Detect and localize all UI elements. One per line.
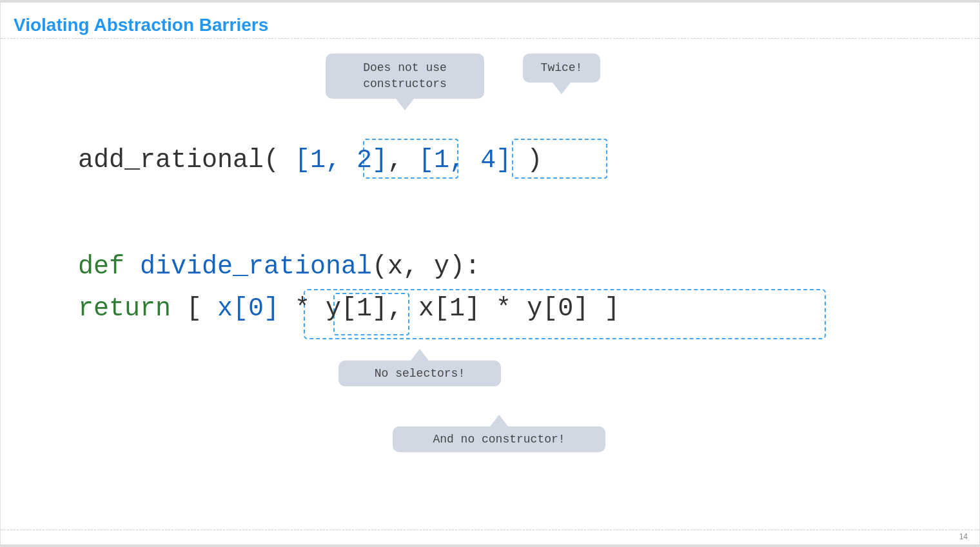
- separator-bottom: [1, 530, 979, 530]
- def-line: def divide_rational(x, y):: [78, 252, 480, 281]
- return-line: return [ x[0] * y[1], x[1] * y[0] ]: [78, 294, 620, 323]
- arg2: [1, 4]: [418, 146, 511, 175]
- def-keyword: def: [78, 252, 140, 281]
- top-border: [1, 1, 979, 3]
- slide-number: 14: [959, 532, 968, 541]
- x0: x[0]: [217, 294, 279, 323]
- bubble-no-constructor: Does not useconstructors: [326, 54, 484, 99]
- comma: ,: [387, 146, 418, 175]
- separator-top: [1, 38, 979, 39]
- page-title: Violating Abstraction Barriers: [14, 15, 268, 35]
- def-params: (x, y):: [372, 252, 480, 281]
- return-body-mid: * y[1], x[1] * y[0] ]: [279, 294, 620, 323]
- add-rational-suffix: ): [511, 146, 542, 175]
- arg1: [1, 2]: [295, 146, 387, 175]
- return-keyword: return: [78, 294, 171, 323]
- bubble-and-no-constructor: And no constructor!: [393, 426, 605, 452]
- slide-container: Violating Abstraction Barriers Does not …: [0, 0, 980, 547]
- add-rational-line: add_rational( [1, 2], [1, 4] ): [78, 146, 542, 175]
- bottom-border: [1, 544, 979, 546]
- add-rational-prefix: add_rational(: [78, 146, 295, 175]
- function-name: divide_rational: [140, 252, 372, 281]
- return-body: [: [171, 294, 217, 323]
- bubble-no-selectors: No selectors!: [338, 361, 501, 386]
- bubble-twice: Twice!: [523, 54, 600, 83]
